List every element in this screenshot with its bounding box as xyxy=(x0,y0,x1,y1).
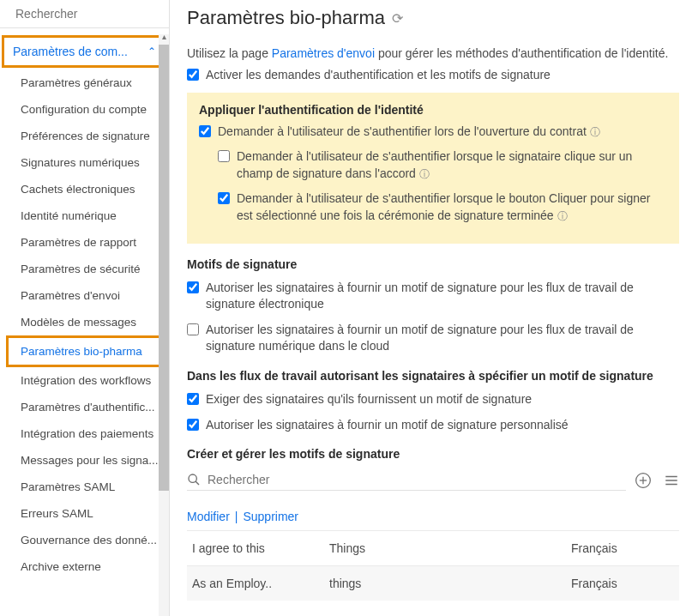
scrollbar[interactable]: ▴ xyxy=(159,34,169,616)
label-auth-open: Demander à l'utilisateur de s'authentifi… xyxy=(218,124,600,141)
table-row-actions: Modifier | Supprimer xyxy=(187,503,679,530)
intro-text: Utilisez la page Paramètres d'envoi pour… xyxy=(187,46,679,60)
cell-name: I agree to this xyxy=(192,541,329,555)
svg-line-3 xyxy=(196,481,199,485)
checkbox-motif-cloud[interactable] xyxy=(187,323,199,335)
cell-lang: Français xyxy=(571,577,674,590)
cell-desc: Things xyxy=(329,541,571,555)
checkbox-auth-open[interactable] xyxy=(199,125,211,137)
label-motif-electronic: Autoriser les signataires à fournir un m… xyxy=(206,280,679,313)
sidebar-item[interactable]: Paramètres généraux xyxy=(9,69,169,96)
sidebar-item[interactable]: Paramètres SAML xyxy=(9,474,169,500)
sidebar-item[interactable]: Paramètres d'envoi xyxy=(9,282,169,309)
cell-desc: things xyxy=(329,577,571,590)
cell-lang: Français xyxy=(571,541,674,555)
checkbox-workflow-custom[interactable] xyxy=(187,419,199,431)
auth-panel: Appliquer l'authentification de l'identi… xyxy=(187,93,679,244)
checkbox-motif-electronic[interactable] xyxy=(187,281,199,293)
sidebar-item[interactable]: Cachets électroniques xyxy=(9,176,169,202)
label-workflow-require: Exiger des signataires qu'ils fournissen… xyxy=(206,391,532,408)
action-delete[interactable]: Supprimer xyxy=(243,510,298,523)
menu-icon[interactable] xyxy=(664,473,679,488)
sidebar-item[interactable]: Messages pour les signa... xyxy=(9,447,169,474)
info-icon[interactable]: ⓘ xyxy=(557,209,568,224)
checkbox-activate-auth[interactable] xyxy=(187,69,199,81)
sidebar-item[interactable]: Paramètres bio-pharma xyxy=(6,335,167,367)
page-title: Paramètres bio-pharma ⟳ xyxy=(187,7,679,29)
table-search-input[interactable] xyxy=(208,473,626,486)
sidebar-item[interactable]: Paramètres d'authentific... xyxy=(9,394,169,420)
sidebar-item[interactable]: Paramètres de sécurité xyxy=(9,256,169,282)
sidebar: Paramètres de com... ⌃ Paramètres généra… xyxy=(0,0,170,616)
intro-link[interactable]: Paramètres d'envoi xyxy=(272,46,375,60)
sidebar-item[interactable]: Gouvernance des donné... xyxy=(9,527,169,553)
refresh-icon[interactable]: ⟳ xyxy=(392,10,403,27)
label-motif-cloud: Autoriser les signataires à fournir un m… xyxy=(206,322,679,355)
sidebar-item[interactable]: Préférences de signature xyxy=(9,123,169,149)
main-content: Paramètres bio-pharma ⟳ Utilisez la page… xyxy=(170,0,686,616)
label-auth-sign: Demander à l'utilisateur de s'authentifi… xyxy=(237,190,667,224)
info-icon[interactable]: ⓘ xyxy=(419,167,430,182)
section-workflow-title: Dans les flux de travail autorisant les … xyxy=(187,369,679,383)
label-activate-auth: Activer les demandes d'authentification … xyxy=(206,67,551,84)
add-icon[interactable] xyxy=(635,472,652,489)
search-icon xyxy=(187,473,201,486)
checkbox-workflow-require[interactable] xyxy=(187,393,199,405)
cell-name: As an Employ.. xyxy=(192,577,329,590)
chevron-up-icon: ⌃ xyxy=(147,45,156,57)
section-motifs-title: Motifs de signature xyxy=(187,257,679,271)
auth-panel-title: Appliquer l'authentification de l'identi… xyxy=(199,103,667,117)
page-title-text: Paramètres bio-pharma xyxy=(187,7,385,29)
sidebar-search-input[interactable] xyxy=(15,7,165,21)
checkbox-auth-sign[interactable] xyxy=(218,192,230,204)
table-row[interactable]: I agree to thisThingsFrançais xyxy=(187,530,679,565)
scrollbar-thumb[interactable] xyxy=(159,45,169,491)
sidebar-item[interactable]: Modèles de messages xyxy=(9,309,169,335)
table-body: I agree to thisThingsFrançaisAs an Emplo… xyxy=(187,530,679,601)
sidebar-section-label: Paramètres de com... xyxy=(13,45,128,58)
sidebar-item[interactable]: Identité numérique xyxy=(9,202,169,229)
sidebar-item[interactable]: Configuration du compte xyxy=(9,96,169,123)
sidebar-item[interactable]: Signatures numériques xyxy=(9,149,169,176)
section-table-title: Créer et gérer les motifs de signature xyxy=(187,447,679,461)
sidebar-item[interactable]: Paramètres de rapport xyxy=(9,229,169,256)
sidebar-item[interactable]: Archive externe xyxy=(9,553,169,580)
svg-point-2 xyxy=(189,474,196,482)
sidebar-item[interactable]: Erreurs SAML xyxy=(9,500,169,527)
table-search[interactable] xyxy=(187,469,626,491)
label-workflow-custom: Autoriser les signataires à fournir un m… xyxy=(206,417,569,434)
info-icon[interactable]: ⓘ xyxy=(590,125,600,140)
checkbox-auth-field[interactable] xyxy=(218,150,230,162)
table-row[interactable]: As an Employ..thingsFrançais xyxy=(187,565,679,601)
action-modify[interactable]: Modifier xyxy=(187,510,230,523)
scroll-up-icon[interactable]: ▴ xyxy=(159,34,169,39)
sidebar-search[interactable] xyxy=(0,0,169,28)
sidebar-section-header[interactable]: Paramètres de com... ⌃ xyxy=(2,35,167,68)
sidebar-item[interactable]: Intégration des paiements xyxy=(9,420,169,447)
label-auth-field: Demander à l'utilisateur de s'authentifi… xyxy=(237,148,667,182)
sidebar-nav-list: Paramètres générauxConfiguration du comp… xyxy=(0,69,169,616)
sidebar-item[interactable]: Intégration des workflows xyxy=(9,367,169,394)
